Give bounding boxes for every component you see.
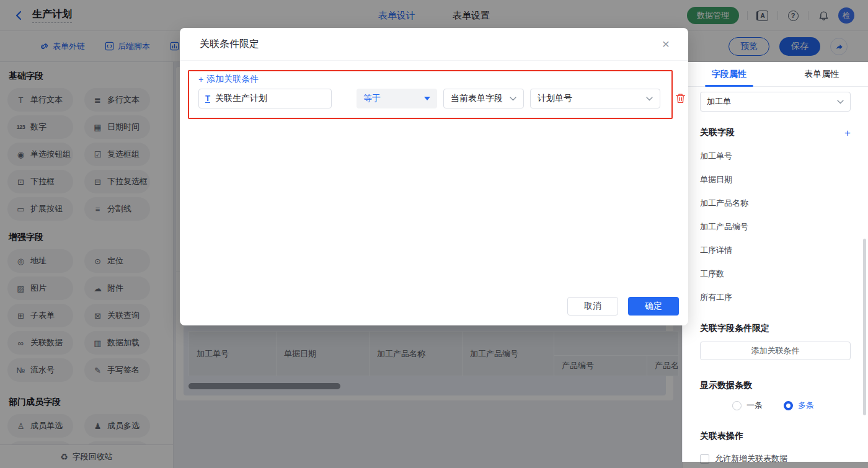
form-designer-app: 生产计划 表单设计 表单设置 数据管理 A ? 检 xyxy=(0,0,868,468)
related-field-item[interactable]: 工序数 xyxy=(700,268,851,280)
close-icon[interactable]: × xyxy=(658,37,673,51)
modal-overlay xyxy=(682,462,868,468)
radio-unchecked-icon xyxy=(732,401,742,410)
related-field-item[interactable]: 加工单号 xyxy=(700,151,851,162)
dialog-title: 关联条件限定 xyxy=(200,38,259,51)
operator-select[interactable]: 等于 xyxy=(356,89,437,108)
radio-checked-icon xyxy=(784,401,793,410)
panel-body: 加工单 关联字段 + 加工单号 单据日期 加工产品名称 加工产品编号 工序详情 … xyxy=(683,92,868,468)
delete-condition-button[interactable] xyxy=(675,92,687,105)
tab-field-properties[interactable]: 字段属性 xyxy=(683,62,776,86)
add-field-plus-icon[interactable]: + xyxy=(844,128,851,138)
trash-icon xyxy=(675,92,686,104)
radio-option-multiple[interactable]: 多条 xyxy=(784,400,814,411)
condition-field-input[interactable]: T 关联生产计划 xyxy=(198,89,332,108)
tab-form-properties[interactable]: 表单属性 xyxy=(776,62,868,86)
panel-tabs: 字段属性 表单属性 xyxy=(683,62,868,87)
condition-section-title: 关联字段条件限定 xyxy=(700,323,851,334)
dialog-header: 关联条件限定 xyxy=(180,28,688,61)
related-field-item[interactable]: 工序详情 xyxy=(700,245,851,256)
chevron-down-icon xyxy=(837,100,844,104)
plus-icon: + xyxy=(198,74,203,84)
dialog-footer: 取消 确定 xyxy=(180,297,688,316)
add-condition-button[interactable]: 添加关联条件 xyxy=(700,342,851,360)
condition-limit-dialog: 关联条件限定 × + 添加关联条件 T 关联生产计划 等于 当前表单字段 xyxy=(180,28,688,325)
source-select[interactable]: 当前表单字段 xyxy=(443,89,524,108)
text-field-icon: T xyxy=(205,94,210,103)
related-fields-section: 关联字段 + xyxy=(700,127,851,138)
target-field-select[interactable]: 计划单号 xyxy=(530,89,660,108)
chevron-down-icon xyxy=(646,97,653,101)
table-ops-title: 关联表操作 xyxy=(700,431,851,442)
properties-panel: 字段属性 表单属性 加工单 关联字段 + 加工单号 单据日期 加工产品名称 加工… xyxy=(682,62,868,468)
panel-scrollbar[interactable] xyxy=(863,239,866,415)
radio-option-single[interactable]: 一条 xyxy=(732,400,763,411)
confirm-button[interactable]: 确定 xyxy=(628,297,679,316)
related-field-item[interactable]: 加工产品编号 xyxy=(700,221,851,232)
related-fields-title: 关联字段 xyxy=(700,127,735,138)
display-count-title: 显示数据条数 xyxy=(700,380,851,391)
related-field-item[interactable]: 所有工序 xyxy=(700,292,851,303)
display-count-options: 一条 多条 xyxy=(700,400,851,411)
related-form-select[interactable]: 加工单 xyxy=(700,92,851,112)
related-field-item[interactable]: 单据日期 xyxy=(700,174,851,185)
add-condition-link[interactable]: + 添加关联条件 xyxy=(198,74,259,85)
cancel-button[interactable]: 取消 xyxy=(567,297,618,316)
caret-down-icon xyxy=(424,97,430,100)
related-field-item[interactable]: 加工产品名称 xyxy=(700,198,851,209)
chevron-down-icon xyxy=(510,97,516,101)
